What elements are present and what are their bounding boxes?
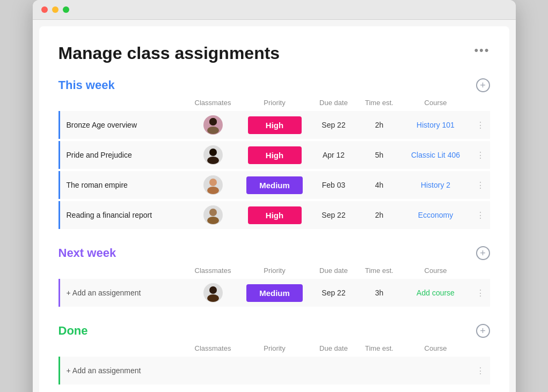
time-est: 4h	[358, 181, 401, 189]
col-course: Course	[401, 267, 471, 275]
priority-badge-medium[interactable]: Medium	[246, 176, 303, 194]
col-due-date: Due date	[310, 267, 358, 275]
avatar-cell	[186, 143, 240, 167]
priority-cell: High	[240, 204, 310, 226]
avatar	[203, 205, 223, 225]
avatar-cell	[186, 113, 240, 137]
add-assignment-row-done[interactable]: + Add an assigenment ⋮	[59, 357, 490, 384]
task-name: Reading a financial report	[60, 204, 186, 226]
time-est: 2h	[358, 211, 401, 219]
col-time-est: Time est.	[358, 267, 401, 275]
section-header-next-week: Next week +	[59, 246, 490, 260]
table-header-this-week: Classmates Priority Due date Time est. C…	[59, 97, 490, 109]
priority-cell: High	[240, 114, 310, 136]
course-link[interactable]: Classic Lit 406	[401, 151, 471, 159]
priority-badge-high[interactable]: High	[248, 116, 302, 134]
avatar	[203, 145, 223, 165]
add-this-week-button[interactable]: +	[476, 78, 490, 92]
avatar-cell	[186, 281, 240, 305]
svg-point-5	[209, 179, 217, 186]
avatar	[203, 175, 223, 195]
due-date: Apr 12	[310, 151, 358, 159]
task-name: The roman empire	[60, 174, 186, 196]
maximize-dot[interactable]	[63, 6, 69, 13]
svg-point-6	[207, 187, 219, 194]
section-done: Done + Classmates Priority Due date Time…	[59, 324, 490, 384]
more-options-button[interactable]: •••	[474, 43, 489, 57]
section-this-week: This week + Classmates Priority Due date…	[59, 78, 490, 229]
page-header: Manage class assignments •••	[59, 43, 490, 63]
row-dots-icon[interactable]: ⋮	[476, 288, 485, 298]
page-title: Manage class assignments	[59, 43, 280, 63]
priority-cell: Medium	[240, 174, 310, 196]
table-header-next-week: Classmates Priority Due date Time est. C…	[59, 264, 490, 277]
avatar-cell	[186, 173, 240, 197]
app-window: Manage class assignments ••• This week +…	[33, 0, 516, 392]
add-done-button[interactable]: +	[476, 324, 490, 338]
add-next-week-button[interactable]: +	[476, 246, 490, 260]
col-classmates: Classmates	[186, 99, 240, 107]
row-action: ⋮	[471, 366, 490, 376]
svg-point-8	[207, 217, 219, 224]
row-dots-icon[interactable]: ⋮	[476, 180, 485, 190]
row-action: ⋮	[471, 288, 490, 298]
col-course: Course	[401, 344, 471, 352]
add-assignment-row-next-week[interactable]: + Add an assigenment Medium Sep 22 3h Ad…	[59, 279, 490, 307]
col-task	[59, 344, 186, 352]
section-title-done: Done	[59, 324, 88, 338]
svg-point-10	[207, 294, 219, 302]
priority-badge-medium[interactable]: Medium	[246, 284, 303, 302]
course-link[interactable]: History 2	[401, 181, 471, 189]
titlebar	[33, 0, 516, 20]
course-link[interactable]: History 101	[401, 121, 471, 129]
table-header-done: Classmates Priority Due date Time est. C…	[59, 342, 490, 354]
svg-point-3	[209, 149, 217, 156]
section-header-this-week: This week +	[59, 78, 490, 92]
col-priority: Priority	[240, 267, 310, 275]
table-this-week: Classmates Priority Due date Time est. C…	[59, 97, 490, 229]
avatar-cell	[186, 368, 240, 373]
add-course-link[interactable]: Add course	[401, 289, 471, 297]
close-dot[interactable]	[41, 6, 48, 13]
row-action: ⋮	[471, 120, 490, 130]
svg-point-1	[207, 127, 219, 134]
priority-badge-high[interactable]: High	[248, 146, 302, 164]
due-date: Sep 22	[310, 121, 358, 129]
priority-cell: High	[240, 144, 310, 166]
priority-badge-high[interactable]: High	[248, 206, 302, 224]
svg-point-9	[209, 286, 217, 294]
svg-point-4	[207, 157, 219, 164]
svg-point-7	[209, 209, 217, 216]
col-due-date: Due date	[310, 344, 358, 352]
row-action: ⋮	[471, 180, 490, 190]
col-classmates: Classmates	[186, 344, 240, 352]
col-time-est: Time est.	[358, 99, 401, 107]
minimize-dot[interactable]	[52, 6, 59, 13]
row-action: ⋮	[471, 150, 490, 160]
priority-cell: Medium	[240, 282, 310, 304]
add-task-label[interactable]: + Add an assigenment	[60, 360, 186, 381]
table-next-week: Classmates Priority Due date Time est. C…	[59, 264, 490, 307]
row-dots-icon[interactable]: ⋮	[476, 210, 485, 220]
section-title-this-week: This week	[59, 78, 115, 92]
table-row: Pride and Prejudice High Apr 12 5h Class…	[59, 141, 490, 169]
col-course: Course	[401, 99, 471, 107]
time-est: 5h	[358, 151, 401, 159]
course-link[interactable]: Ecconomy	[401, 211, 471, 219]
task-name: Bronze Age overview	[60, 114, 186, 136]
row-dots-icon[interactable]: ⋮	[476, 120, 485, 130]
col-priority: Priority	[240, 344, 310, 352]
time-est: 3h	[358, 289, 401, 297]
col-priority: Priority	[240, 99, 310, 107]
table-row: Bronze Age overview High Sep 22 2h Histo…	[59, 111, 490, 139]
table-done: Classmates Priority Due date Time est. C…	[59, 342, 490, 384]
add-task-label[interactable]: + Add an assigenment	[60, 282, 186, 304]
section-next-week: Next week + Classmates Priority Due date…	[59, 246, 490, 307]
table-row: The roman empire Medium Feb 03 4h Histor…	[59, 171, 490, 199]
due-date: Sep 22	[310, 289, 358, 297]
col-classmates: Classmates	[186, 267, 240, 275]
row-dots-icon[interactable]: ⋮	[476, 366, 485, 376]
table-row: Reading a financial report High Sep 22 2…	[59, 201, 490, 229]
row-dots-icon[interactable]: ⋮	[476, 150, 485, 160]
col-time-est: Time est.	[358, 344, 401, 352]
